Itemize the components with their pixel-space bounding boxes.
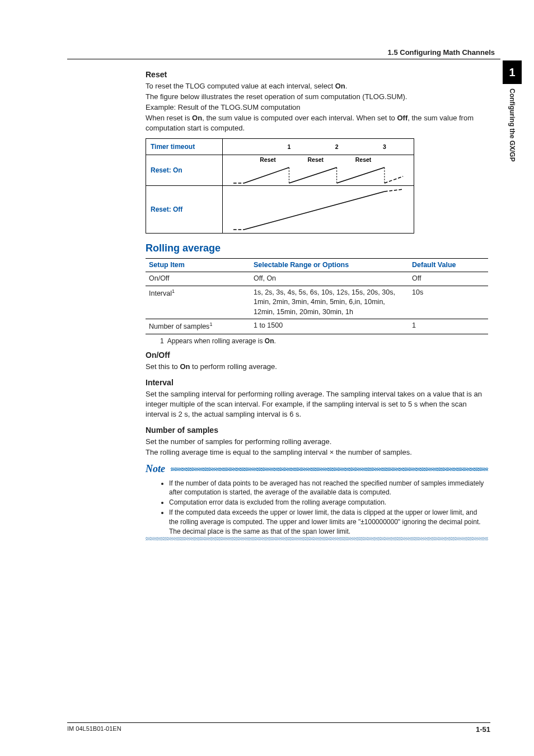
table-footnote: 1 Appears when rolling average is On. (160, 337, 488, 346)
table-header-default: Default Value (409, 258, 488, 272)
main-content: Reset To reset the TLOG computed value a… (146, 69, 488, 540)
note-item: If the computed data exceeds the upper o… (169, 508, 488, 536)
page-footer: IM 04L51B01-01EN 1-51 (67, 722, 490, 734)
diagram-row-off-label: Reset: Off (146, 186, 223, 234)
diagram-row-timer-label: Timer timeout (146, 138, 223, 155)
reset-p4: When reset is On, the sum value is compu… (146, 113, 488, 133)
table-row: Number of samples1 1 to 1500 1 (146, 319, 488, 334)
reset-diagram: Timer timeout 1 2 3 Reset: On Reset Rese… (146, 138, 414, 234)
table-cell: Interval1 (146, 286, 250, 319)
table-cell: 1 to 1500 (250, 319, 409, 334)
interval-text: Set the sampling interval for performing… (146, 389, 488, 420)
svg-text:Reset: Reset (355, 156, 372, 163)
reset-heading: Reset (146, 69, 488, 81)
samples-text-1: Set the number of samples for performing… (146, 437, 488, 447)
reset-p1: To reset the TLOG computed value at each… (146, 81, 488, 91)
table-cell: 10s (409, 286, 488, 319)
table-header-item: Setup Item (146, 258, 250, 272)
note-item: If the number of data points to be avera… (169, 479, 488, 498)
table-cell: Number of samples1 (146, 319, 250, 334)
diagram-off-cell (223, 186, 414, 234)
svg-line-7 (385, 176, 403, 183)
note-title: Note (146, 462, 168, 476)
note-list: If the number of data points to be avera… (146, 479, 488, 536)
samples-heading: Number of samples (146, 425, 488, 436)
diagram-on-cell: Reset Reset Reset (223, 155, 414, 186)
note-item: Computation error data is excluded from … (169, 498, 488, 507)
interval-heading: Interval (146, 377, 488, 389)
note-hatch-bottom (146, 537, 488, 540)
table-header-options: Selectable Range or Options (250, 258, 409, 272)
footer-doc-id: IM 04L51B01-01EN (67, 725, 121, 734)
table-cell: Off (409, 272, 488, 286)
running-header: 1.5 Configuring Math Channels (67, 48, 495, 57)
onoff-heading: On/Off (146, 350, 488, 361)
onoff-text: Set this to On to perform rolling averag… (146, 362, 488, 372)
reset-p3: Example: Result of the TLOG.SUM computat… (146, 102, 488, 113)
svg-text:Reset: Reset (260, 156, 276, 163)
diagram-header-cell: 1 2 3 (223, 138, 414, 155)
svg-text:Reset: Reset (308, 156, 324, 163)
table-cell: 1 (409, 319, 488, 334)
diagram-row-on-label: Reset: On (146, 155, 223, 186)
rolling-average-table: Setup Item Selectable Range or Options D… (146, 258, 488, 334)
note-hatch-top (171, 468, 488, 471)
table-row: On/Off Off, On Off (146, 272, 488, 286)
rolling-average-heading: Rolling average (146, 241, 488, 255)
diagram-n3: 3 (383, 143, 386, 150)
reset-p2: The figure below illustrates the reset o… (146, 92, 488, 102)
table-cell: 1s, 2s, 3s, 4s, 5s, 6s, 10s, 12s, 15s, 2… (250, 286, 409, 319)
svg-line-9 (385, 189, 403, 192)
diagram-n2: 2 (335, 143, 339, 150)
footer-page-number: 1-51 (476, 725, 490, 734)
table-cell: Off, On (250, 272, 409, 286)
table-row: Interval1 1s, 2s, 3s, 4s, 5s, 6s, 10s, 1… (146, 286, 488, 319)
table-cell: On/Off (146, 272, 250, 286)
diagram-n1: 1 (288, 143, 291, 150)
note-box: Note If the number of data points to be … (146, 462, 488, 540)
samples-text-2: The rolling average time is equal to the… (146, 447, 488, 458)
header-rule (67, 59, 500, 59)
